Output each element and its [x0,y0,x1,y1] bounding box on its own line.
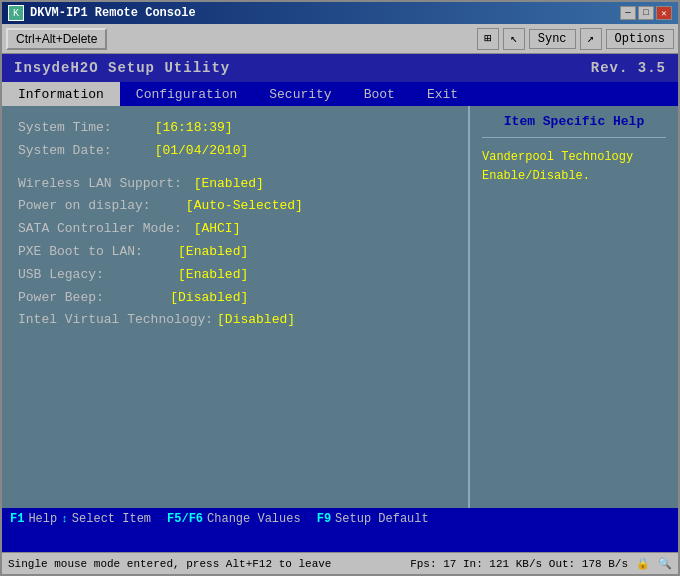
ctrl-alt-del-button[interactable]: Ctrl+Alt+Delete [6,28,107,50]
toolbar-icons: ⊞ ↖ Sync ↗ Options [477,28,674,50]
bios-row-sata: SATA Controller Mode: [AHCI] [18,219,452,240]
bios-row-system-time: System Time: [16:18:39] [18,118,452,139]
usb-label: USB Legacy: [18,265,104,286]
key-select-item: Select Item [72,512,151,526]
bios-main: System Time: [16:18:39] System Date: [01… [2,106,678,508]
system-date-value: [01/04/2010] [116,141,249,162]
bios-row-usb: USB Legacy: [Enabled] [18,265,452,286]
key-group-f1: F1 Help ↕ Select Item [10,512,151,526]
minimize-button[interactable]: ─ [620,6,636,20]
key-f1-desc: Help [28,512,57,526]
network-icon: 🔍 [658,557,672,570]
maximize-button[interactable]: □ [638,6,654,20]
system-time-value: [16:18:39] [116,118,233,139]
key-arrow-ud: ↕ [61,513,68,525]
lock-icon: 🔒 [636,557,650,570]
bios-utility-title: InsydeH2O Setup Utility [14,60,230,76]
key-f1: F1 [10,512,24,526]
options-button[interactable]: Options [606,29,674,49]
close-button[interactable]: ✕ [656,6,672,20]
key-f9-desc: Setup Default [335,512,429,526]
wireless-label: Wireless LAN Support: [18,174,182,195]
bios-rev: Rev. 3.5 [591,60,666,76]
nav-information[interactable]: Information [2,82,120,106]
bios-row-pxe: PXE Boot to LAN: [Enabled] [18,242,452,263]
beep-label: Power Beep: [18,288,104,309]
help-title: Item Specific Help [482,114,666,129]
help-divider [482,137,666,138]
help-text: Vanderpool TechnologyEnable/Disable. [482,148,666,186]
nav-configuration[interactable]: Configuration [120,82,253,106]
bios-header-line: InsydeH2O Setup Utility Rev. 3.5 [6,58,674,78]
title-bar-left: K DKVM-IP1 Remote Console [8,5,196,21]
beep-value: [Disabled] [108,288,248,309]
status-text-left: Single mouse mode entered, press Alt+F12… [8,558,331,570]
bios-container: InsydeH2O Setup Utility Rev. 3.5 Informa… [2,54,678,552]
key-f5f6-desc: Change Values [207,512,301,526]
usb-value: [Enabled] [108,265,248,286]
sata-value: [AHCI] [186,219,241,240]
bios-row-wireless: Wireless LAN Support: [Enabled] [18,174,452,195]
cursor-icon[interactable]: ↖ [503,28,525,50]
bios-row-vt: Intel Virtual Technology: [Disabled] [18,310,452,331]
bios-nav: Information Configuration Security Boot … [2,82,678,106]
app-icon: K [8,5,24,21]
pxe-value: [Enabled] [147,242,248,263]
vt-value: [Disabled] [217,310,295,331]
bios-left-panel: System Time: [16:18:39] System Date: [01… [2,106,468,508]
status-text-right: Fps: 17 In: 121 KB/s Out: 178 B/s [410,558,628,570]
status-bar: Single mouse mode entered, press Alt+F12… [2,552,678,574]
nav-security[interactable]: Security [253,82,347,106]
cursor2-icon[interactable]: ↗ [580,28,602,50]
status-right: Fps: 17 In: 121 KB/s Out: 178 B/s 🔒 🔍 [410,557,672,570]
vt-label: Intel Virtual Technology: [18,310,213,331]
bios-gap1 [18,164,452,174]
fullscreen-icon[interactable]: ⊞ [477,28,499,50]
system-time-label: System Time: [18,118,112,139]
title-bar: K DKVM-IP1 Remote Console ─ □ ✕ [2,2,678,24]
wireless-value: [Enabled] [186,174,264,195]
bios-row-system-date: System Date: [01/04/2010] [18,141,452,162]
window-title: DKVM-IP1 Remote Console [30,6,196,20]
main-window: K DKVM-IP1 Remote Console ─ □ ✕ Ctrl+Alt… [0,0,680,576]
pxe-label: PXE Boot to LAN: [18,242,143,263]
toolbar: Ctrl+Alt+Delete ⊞ ↖ Sync ↗ Options [2,24,678,54]
key-group-f9: F9 Setup Default [317,512,429,526]
bios-right-panel: Item Specific Help Vanderpool Technology… [468,106,678,508]
power-display-label: Power on display: [18,196,151,217]
bios-row-beep: Power Beep: [Disabled] [18,288,452,309]
key-f9: F9 [317,512,331,526]
key-group-f5f6: F5/F6 Change Values [167,512,301,526]
bios-row-power-display: Power on display: [Auto-Selected] [18,196,452,217]
sata-label: SATA Controller Mode: [18,219,182,240]
sync-button[interactable]: Sync [529,29,576,49]
power-display-value: [Auto-Selected] [155,196,303,217]
system-date-label: System Date: [18,141,112,162]
nav-boot[interactable]: Boot [348,82,411,106]
key-f5f6: F5/F6 [167,512,203,526]
bios-header: InsydeH2O Setup Utility Rev. 3.5 [2,54,678,82]
bios-bottom-bar: F1 Help ↕ Select Item F5/F6 Change Value… [2,508,678,552]
nav-exit[interactable]: Exit [411,82,474,106]
window-controls: ─ □ ✕ [620,6,672,20]
